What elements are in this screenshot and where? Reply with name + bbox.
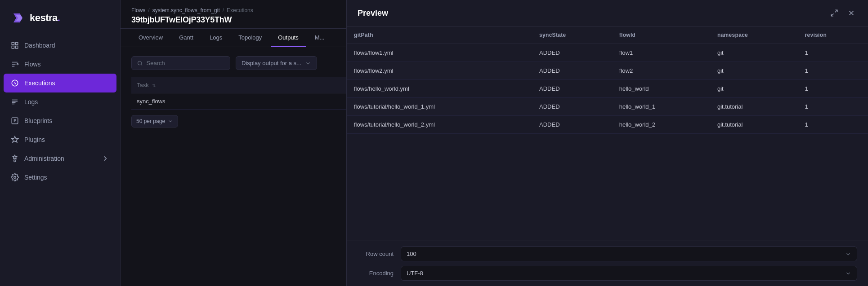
preview-table-row[interactable]: flows/hello_world.ymlADDEDhello_worldgit… <box>347 80 868 98</box>
sidebar-item-label-settings: Settings <box>24 174 109 181</box>
preview-cell-revision: 1 <box>798 116 868 134</box>
preview-cell-gitpath: flows/tutorial/hello_world_2.yml <box>347 116 532 134</box>
preview-col-revision: revision <box>798 26 868 44</box>
preview-col-syncstate: syncState <box>532 26 612 44</box>
preview-table: gitPath syncState flowId namespace revis… <box>347 26 868 134</box>
sidebar: kestra. Dashboard Flows Executions Logs … <box>0 0 121 286</box>
sidebar-item-dashboard[interactable]: Dashboard <box>0 36 120 55</box>
encoding-label: Encoding <box>358 270 394 277</box>
breadcrumb-flow-id[interactable]: system.sync_flows_from_git <box>152 7 220 13</box>
admin-icon <box>11 154 19 163</box>
preview-cell-namespace: git <box>710 44 798 62</box>
settings-icon <box>11 173 19 181</box>
expand-icon <box>830 9 838 17</box>
sidebar-item-label-plugins: Plugins <box>24 136 109 143</box>
close-button[interactable] <box>846 7 857 19</box>
preview-cell-flowid: hello_world <box>612 80 710 98</box>
tab-metrics[interactable]: M... <box>308 29 332 47</box>
svg-point-6 <box>17 64 18 65</box>
preview-cell-namespace: git <box>710 80 798 98</box>
svg-point-9 <box>14 160 16 162</box>
preview-cell-syncstate: ADDED <box>532 62 612 80</box>
preview-panel: Preview gitPath syncState flowId namespa… <box>346 0 868 286</box>
preview-table-row[interactable]: flows/tutorial/hello_world_2.ymlADDEDhel… <box>347 116 868 134</box>
preview-cell-gitpath: flows/flow2.yml <box>347 62 532 80</box>
svg-point-10 <box>14 176 16 179</box>
plugins-icon <box>11 136 19 144</box>
preview-cell-syncstate: ADDED <box>532 80 612 98</box>
tab-topology[interactable]: Topology <box>231 29 269 47</box>
per-page-select[interactable]: 50 per page <box>131 115 178 128</box>
sidebar-item-blueprints[interactable]: Blueprints <box>0 111 120 130</box>
sidebar-item-label-administration: Administration <box>24 155 96 162</box>
svg-rect-3 <box>16 42 18 44</box>
preview-cell-flowid: flow2 <box>612 62 710 80</box>
sidebar-item-settings[interactable]: Settings <box>0 168 120 187</box>
chevron-down-icon-pagination <box>168 119 173 124</box>
preview-actions <box>828 7 857 19</box>
preview-table-wrap: gitPath syncState flowId namespace revis… <box>347 26 868 241</box>
breadcrumb-flows[interactable]: Flows <box>131 7 145 13</box>
preview-cell-gitpath: flows/flow1.yml <box>347 44 532 62</box>
row-count-select[interactable]: 100 <box>401 246 857 261</box>
preview-col-namespace: namespace <box>710 26 798 44</box>
sidebar-item-administration[interactable]: Administration <box>0 149 120 168</box>
preview-cell-gitpath: flows/hello_world.yml <box>347 80 532 98</box>
svg-point-11 <box>138 61 142 65</box>
breadcrumb-current: Executions <box>227 7 253 13</box>
row-count-label: Row count <box>358 251 394 257</box>
preview-cell-revision: 1 <box>798 62 868 80</box>
encoding-select[interactable]: UTF-8 <box>401 266 857 281</box>
flow-icon <box>11 60 19 68</box>
chevron-down-icon-encoding <box>845 270 851 277</box>
preview-title: Preview <box>358 9 388 18</box>
sidebar-item-label-blueprints: Blueprints <box>24 117 109 124</box>
preview-cell-syncstate: ADDED <box>532 98 612 116</box>
preview-footer: Row count 100 Encoding UTF-8 <box>347 241 868 286</box>
tab-overview[interactable]: Overview <box>131 29 170 47</box>
sidebar-item-label-logs: Logs <box>24 98 109 106</box>
preview-cell-syncstate: ADDED <box>532 116 612 134</box>
blueprints-icon <box>11 117 19 125</box>
sort-icon-task: ⇅ <box>152 83 156 88</box>
expand-button[interactable] <box>828 7 840 19</box>
encoding-value: UTF-8 <box>407 270 423 277</box>
per-page-label: 50 per page <box>136 118 165 124</box>
sidebar-item-flows[interactable]: Flows <box>0 55 120 74</box>
preview-cell-namespace: git.tutorial <box>710 98 798 116</box>
search-icon <box>137 60 143 66</box>
sidebar-item-label-executions: Executions <box>24 79 109 87</box>
kestra-logo-icon <box>11 11 25 25</box>
executions-icon <box>11 79 19 87</box>
preview-cell-flowid: hello_world_1 <box>612 98 710 116</box>
preview-table-row[interactable]: flows/tutorial/hello_world_1.ymlADDEDhel… <box>347 98 868 116</box>
preview-col-flowid: flowId <box>612 26 710 44</box>
preview-cell-namespace: git.tutorial <box>710 116 798 134</box>
display-output-dropdown[interactable]: Display output for a s... <box>236 56 317 70</box>
sidebar-item-executions[interactable]: Executions <box>4 74 116 92</box>
svg-rect-4 <box>12 46 14 48</box>
grid-icon <box>11 41 19 49</box>
search-input[interactable] <box>147 60 224 66</box>
encoding-row: Encoding UTF-8 <box>358 266 857 281</box>
row-count-value: 100 <box>407 251 416 257</box>
preview-cell-revision: 1 <box>798 80 868 98</box>
sidebar-item-plugins[interactable]: Plugins <box>0 130 120 149</box>
search-box[interactable] <box>131 56 230 70</box>
preview-header: Preview <box>347 0 868 26</box>
sidebar-item-logs[interactable]: Logs <box>0 92 120 111</box>
preview-table-row[interactable]: flows/flow1.ymlADDEDflow1git1 <box>347 44 868 62</box>
row-count-row: Row count 100 <box>358 246 857 261</box>
preview-cell-revision: 1 <box>798 44 868 62</box>
tab-logs[interactable]: Logs <box>202 29 229 47</box>
tab-gantt[interactable]: Gantt <box>172 29 201 47</box>
tab-outputs[interactable]: Outputs <box>271 29 306 47</box>
preview-cell-revision: 1 <box>798 98 868 116</box>
preview-col-gitpath: gitPath <box>347 26 532 44</box>
display-output-label: Display output for a s... <box>242 60 301 66</box>
chevron-down-icon-rowcount <box>845 251 851 257</box>
preview-table-row[interactable]: flows/flow2.ymlADDEDflow2git1 <box>347 62 868 80</box>
chevron-right-icon <box>101 154 109 163</box>
preview-cell-namespace: git <box>710 62 798 80</box>
sidebar-item-label-dashboard: Dashboard <box>24 42 109 49</box>
